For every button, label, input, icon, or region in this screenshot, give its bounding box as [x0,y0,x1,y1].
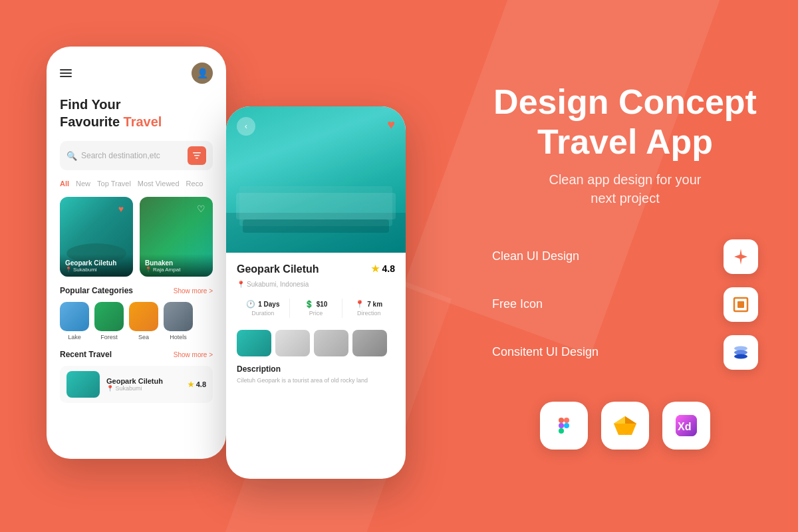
svg-point-5 [734,346,747,350]
stat-duration: 🕐 1 Days Duration [237,296,289,321]
thumb-1[interactable] [237,330,271,356]
search-bar[interactable]: 🔍 Search destination,etc [60,141,213,170]
card-info-1: Geopark Ciletuh 📍 Sukabumi [60,254,133,277]
hotels-label: Hotels [170,334,187,340]
svg-rect-8 [559,418,564,423]
destination-card-2[interactable]: ♡ Bunaken 📍 Raja Ampat [140,197,213,277]
avatar[interactable]: 👤 [192,63,213,84]
map-pin-icon: 📍 [355,300,364,309]
detail-heart-icon[interactable]: ♥ [387,117,395,132]
xd-icon: Xd [674,414,698,438]
recent-title: Recent Travel [60,350,112,359]
filter-tabs: All New Top Travel Most Viewed Reco [60,180,213,188]
consistent-ui-icon-box [724,335,758,370]
forest-icon [94,302,124,331]
destination-card-1[interactable]: ♥ Geopark Ciletuh 📍 Sukabumi [60,197,133,277]
filter-button[interactable] [188,146,206,165]
feature-label-consistent-ui: Consitent UI Design [492,345,598,359]
lake-icon [60,302,89,331]
card-location-1: 📍 Sukabumi [65,267,128,273]
detail-content: Geopark Ciletuh ★ 4.8 📍 Sukabumi, Indone… [226,253,406,396]
thumb-4[interactable] [352,330,387,356]
detail-rating-value: 4.8 [382,263,395,274]
hamburger-icon[interactable] [60,69,72,77]
feature-label-clean-ui: Clean UI Design [492,249,579,263]
filter-tab-viewed[interactable]: Most Viewed [138,180,180,188]
tools-row: Xd [492,402,758,450]
popular-section-header: Popular Categories Show more > [60,286,213,295]
price-label: Price [309,310,323,317]
detail-rating: ★ 4.8 [371,263,395,274]
pin-icon: 📍 [65,267,72,273]
svg-rect-0 [193,152,201,154]
svg-rect-4 [737,301,744,308]
main-title-line2: Travel App [537,122,713,161]
location-pin-icon: 📍 [237,281,245,288]
recent-info: Geopark Ciletuh 📍 Sukabumi [106,377,181,392]
xd-tool-box[interactable]: Xd [662,402,710,450]
heart-icon-outline[interactable]: ♡ [194,202,207,215]
hero-line1: Find Your [60,97,120,112]
detail-location: 📍 Sukabumi, Indonesia [237,281,395,288]
dollar-icon: 💲 [305,300,314,309]
svg-point-12 [564,423,569,428]
clean-ui-icon-box [724,239,758,274]
category-forest[interactable]: Forest [94,302,124,340]
back-button[interactable]: ‹ [237,117,255,136]
figma-tool-box[interactable] [540,402,588,450]
lake-label: Lake [68,334,81,340]
filter-tab-reco[interactable]: Reco [186,180,203,188]
detail-hero-image: ‹ ♥ [226,106,406,253]
category-sea[interactable]: Sea [129,302,158,340]
category-lake[interactable]: Lake [60,302,89,340]
recent-show-more[interactable]: Show more > [174,351,213,358]
frame-icon [732,295,750,314]
recent-rating: ★ 4.8 [188,380,206,389]
stat-direction: 📍 7 km Direction [342,296,395,321]
thumb-2[interactable] [275,330,310,356]
hero-title: Find Your Favourite Travel [60,96,213,130]
filter-tab-all[interactable]: All [60,180,69,188]
sketch-tool-box[interactable] [601,402,649,450]
hero-highlight: Travel [124,114,162,129]
figma-icon [553,415,575,436]
categories: Lake Forest Sea Hotels [60,302,213,340]
category-hotels[interactable]: Hotels [164,302,193,340]
card-name-1: Geopark Ciletuh [65,259,128,267]
recent-name: Geopark Ciletuh [106,377,181,385]
subtitle: Clean app design for yournext project [492,170,758,207]
filter-tab-new[interactable]: New [76,180,90,188]
hero-line2: Favourite [60,114,124,129]
description-text: Ciletuh Geopark is a tourist area of old… [237,376,395,385]
left-section: 👤 Find Your Favourite Travel 🔍 Search de… [0,0,452,532]
free-icon-icon-box [724,287,758,322]
phone-header: 👤 [60,63,213,84]
photo-thumbnails [237,330,395,356]
main-title-line1: Design Concept [493,82,757,121]
popular-show-more[interactable]: Show more > [174,287,213,295]
svg-rect-2 [196,158,198,159]
thumb-3[interactable] [314,330,348,356]
description-title: Description [237,364,395,374]
search-placeholder: Search destination,etc [81,151,184,160]
layers-icon [732,343,750,362]
forest-label: Forest [100,334,118,340]
detail-title: Geopark Ciletuh [237,263,319,275]
card-location-2: 📍 Raja Ampat [145,267,207,273]
pin-icon-2: 📍 [145,267,152,273]
search-icon: 🔍 [66,151,77,161]
stat-price: 💲 $10 Price [290,296,342,321]
feature-clean-ui: Clean UI Design [492,239,758,274]
recent-item-1[interactable]: Geopark Ciletuh 📍 Sukabumi ★ 4.8 [60,366,213,403]
pin-icon-recent: 📍 [106,385,114,392]
feature-list: Clean UI Design Free Icon Consitent UI D… [492,239,758,370]
filter-tab-top[interactable]: Top Travel [97,180,131,188]
svg-point-6 [734,350,747,354]
svg-point-7 [734,354,747,358]
star-icon: ★ [188,380,194,389]
feature-consistent-ui: Consitent UI Design [492,335,758,370]
detail-star-icon: ★ [371,263,380,274]
filter-icon [193,152,201,159]
heart-icon-filled[interactable]: ♥ [114,202,128,215]
phone-1: 👤 Find Your Favourite Travel 🔍 Search de… [47,47,226,459]
